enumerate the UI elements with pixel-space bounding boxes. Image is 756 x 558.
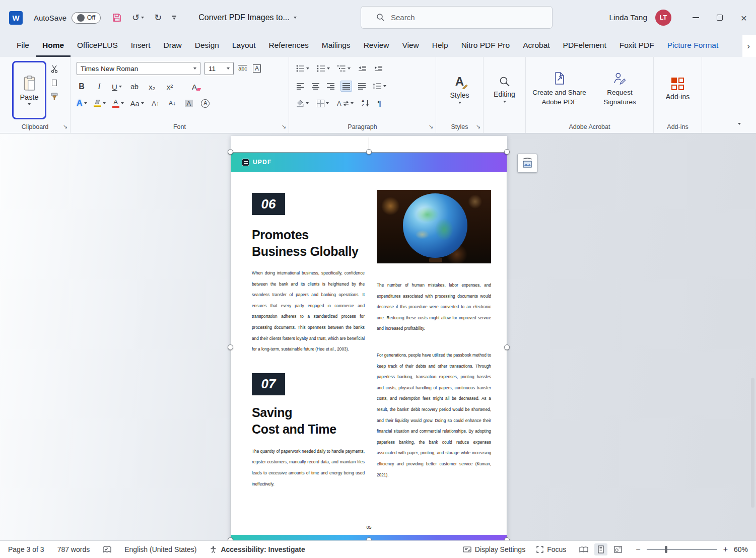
underline-button[interactable]: U: [112, 81, 122, 92]
tab-draw[interactable]: Draw: [157, 35, 188, 57]
show-hide-marks-button[interactable]: ¶: [376, 98, 382, 109]
tab-picture-format[interactable]: Picture Format: [661, 35, 725, 57]
request-signatures-button[interactable]: RequestSignatures: [592, 61, 648, 117]
line-spacing-button[interactable]: [372, 81, 387, 92]
word-logo-icon[interactable]: W: [9, 11, 23, 25]
font-dialog-launcher[interactable]: [282, 123, 286, 130]
tab-foxit-pdf[interactable]: Foxit PDF: [613, 35, 661, 57]
tabs-overflow-button[interactable]: ›: [743, 39, 754, 53]
align-right-button[interactable]: [325, 81, 336, 92]
borders-button[interactable]: [316, 98, 330, 109]
styles-button[interactable]: A Styles: [436, 61, 483, 117]
superscript-button[interactable]: x²: [165, 81, 175, 92]
customize-quick-access-toolbar-button[interactable]: [172, 16, 176, 20]
document-title-dropdown[interactable]: Convert PDF Images to...: [198, 13, 297, 22]
tab-references[interactable]: References: [262, 35, 315, 57]
selection-handle-top-center[interactable]: [366, 149, 372, 155]
text-effects-button[interactable]: A: [77, 98, 87, 109]
save-button[interactable]: [112, 13, 122, 23]
vertical-scrollbar-thumb[interactable]: [751, 378, 754, 508]
tab-view[interactable]: View: [395, 35, 425, 57]
user-name[interactable]: Linda Tang: [609, 13, 647, 22]
grow-font-button[interactable]: A↑: [151, 98, 161, 109]
numbering-button[interactable]: [316, 63, 331, 74]
minimize-button[interactable]: [683, 0, 708, 35]
font-name-combo[interactable]: Times New Roman: [77, 62, 200, 75]
selection-handle-top-right[interactable]: [504, 149, 510, 155]
format-painter-button[interactable]: [50, 93, 58, 101]
zoom-in-button[interactable]: +: [723, 545, 728, 554]
addins-button[interactable]: Add-ins: [654, 61, 702, 117]
close-button[interactable]: ×: [732, 0, 756, 35]
tab-pdfelement[interactable]: PDFelement: [557, 35, 613, 57]
tab-mailings[interactable]: Mailings: [315, 35, 357, 57]
align-left-button[interactable]: [295, 81, 306, 92]
accessibility-status[interactable]: Accessibility: Investigate: [210, 545, 305, 553]
page-count-status[interactable]: Page 3 of 3: [8, 545, 44, 553]
phonetic-guide-button[interactable]: abc: [238, 63, 248, 74]
document-page[interactable]: UPDF 06 Promotes Business Globally When …: [231, 136, 507, 540]
selection-handle-middle-right[interactable]: [504, 344, 510, 350]
subscript-button[interactable]: x₂: [147, 81, 157, 92]
print-layout-view-button[interactable]: [594, 543, 607, 555]
maximize-button[interactable]: [708, 0, 732, 35]
font-color-button[interactable]: A: [112, 98, 124, 109]
selection-handle-bottom-left[interactable]: [228, 537, 233, 540]
clipboard-dialog-launcher[interactable]: [63, 123, 67, 130]
clear-formatting-button[interactable]: A: [189, 81, 199, 92]
word-count-status[interactable]: 787 words: [57, 545, 90, 553]
read-mode-view-button[interactable]: [577, 543, 590, 555]
align-center-button[interactable]: [310, 81, 321, 92]
character-border-button[interactable]: A: [252, 63, 262, 74]
shading-button[interactable]: [295, 98, 310, 109]
text-highlight-button[interactable]: [94, 98, 106, 109]
focus-mode-button[interactable]: Focus: [536, 545, 566, 553]
enclose-characters-button[interactable]: A: [200, 98, 211, 109]
paste-button[interactable]: Paste: [14, 62, 45, 118]
asian-layout-button[interactable]: A: [336, 98, 355, 109]
layout-options-button[interactable]: [517, 154, 537, 173]
shrink-font-button[interactable]: A↓: [167, 98, 177, 109]
undo-button[interactable]: ↺: [132, 13, 144, 22]
language-status[interactable]: English (United States): [124, 545, 196, 553]
web-layout-view-button[interactable]: [611, 543, 625, 555]
search-box[interactable]: [361, 6, 553, 29]
paragraph-dialog-launcher[interactable]: [429, 123, 433, 130]
editing-button[interactable]: Editing: [484, 61, 525, 117]
justify-button[interactable]: [340, 81, 352, 92]
change-case-button[interactable]: Aa: [130, 98, 144, 109]
selection-handle-bottom-right[interactable]: [504, 537, 510, 540]
font-size-combo[interactable]: 11: [204, 62, 234, 75]
proofing-status-button[interactable]: [103, 546, 111, 553]
collapse-ribbon-button[interactable]: [733, 119, 746, 129]
tab-file[interactable]: File: [10, 35, 36, 57]
character-shading-button[interactable]: A: [184, 98, 194, 109]
zoom-slider-thumb[interactable]: [665, 546, 667, 553]
tab-review[interactable]: Review: [357, 35, 396, 57]
sort-button[interactable]: AZ: [361, 98, 371, 109]
bullets-button[interactable]: [295, 63, 310, 74]
selection-handle-top-left[interactable]: [228, 149, 233, 155]
distributed-button[interactable]: [357, 81, 367, 92]
tab-insert[interactable]: Insert: [124, 35, 157, 57]
tab-design[interactable]: Design: [188, 35, 226, 57]
tab-help[interactable]: Help: [426, 35, 455, 57]
user-avatar[interactable]: LT: [655, 10, 671, 26]
tab-acrobat[interactable]: Acrobat: [516, 35, 556, 57]
styles-dialog-launcher[interactable]: [476, 123, 480, 130]
document-canvas[interactable]: UPDF 06 Promotes Business Globally When …: [0, 133, 756, 540]
cut-button[interactable]: [50, 65, 58, 73]
decrease-indent-button[interactable]: [357, 63, 368, 74]
search-input[interactable]: [391, 13, 527, 22]
italic-button[interactable]: I: [94, 81, 104, 92]
copy-button[interactable]: [52, 80, 57, 86]
strikethrough-button[interactable]: ab: [129, 81, 140, 92]
increase-indent-button[interactable]: [373, 63, 384, 74]
redo-button[interactable]: ↻: [154, 13, 162, 22]
zoom-slider[interactable]: [647, 549, 717, 550]
multilevel-list-button[interactable]: [336, 63, 352, 74]
create-share-adobe-pdf-button[interactable]: Create and ShareAdobe PDF: [531, 61, 588, 117]
zoom-level[interactable]: 60%: [734, 545, 748, 553]
zoom-out-button[interactable]: −: [636, 545, 640, 554]
tab-officeplus[interactable]: OfficePLUS: [71, 35, 124, 57]
